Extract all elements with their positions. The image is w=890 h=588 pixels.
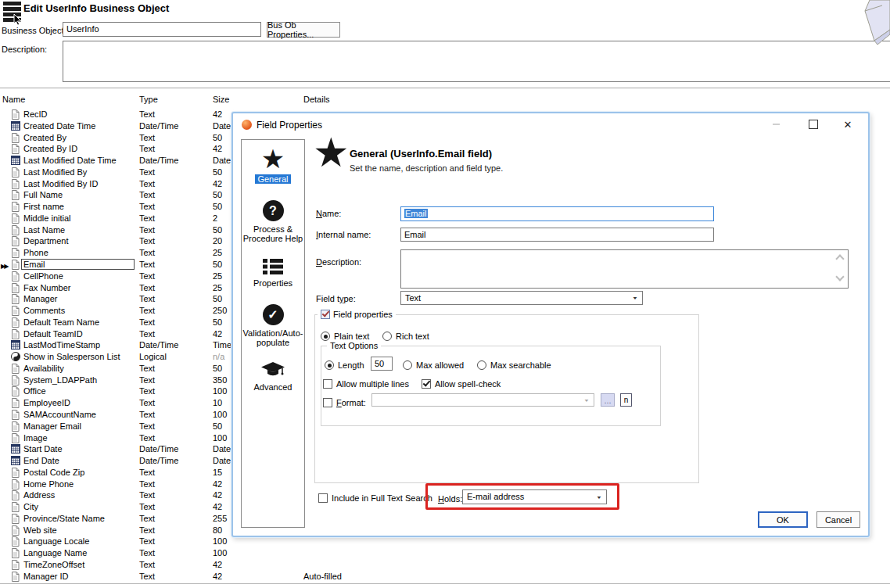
gradcap-icon [261, 362, 285, 381]
sidebar-item-general[interactable]: ★ General [255, 145, 290, 184]
plain-text-radio[interactable] [321, 332, 330, 341]
field-size-cell: 42 [213, 479, 222, 490]
field-name-cell: Department [23, 235, 68, 247]
field-type-cell: Text [139, 189, 155, 201]
length-input[interactable]: 50 [371, 357, 393, 371]
field-name-cell: Show in Salesperson List [23, 351, 120, 363]
table-row[interactable]: TimeZoneOffset Text 42 [0, 559, 890, 571]
name-label: Name: [316, 209, 341, 218]
dialog-orb-icon [242, 120, 252, 130]
allow-multiple-lines-checkbox[interactable] [323, 379, 332, 389]
field-properties-dialog: Field Properties ✕ ★ General ? Process &… [231, 112, 870, 537]
format-checkbox[interactable] [323, 398, 332, 407]
header-separator [0, 88, 890, 88]
sidebar-item-validation-auto-populate[interactable]: ✓ Validation/Auto-populate [242, 303, 303, 347]
table-row[interactable]: Language Name Text 100 [0, 547, 890, 559]
field-type-cell: Text [139, 467, 155, 479]
field-properties-legend-label: Field properties [333, 310, 393, 319]
length-radio[interactable] [325, 360, 334, 370]
check-icon: ✓ [263, 303, 284, 327]
name-input[interactable]: Email [400, 206, 714, 221]
field-size-cell: Date [213, 443, 231, 455]
description-field-textarea[interactable] [400, 249, 849, 289]
internal-name-input[interactable]: Email [400, 228, 714, 242]
maximize-button[interactable] [807, 118, 820, 131]
list-icon [263, 258, 283, 277]
question-icon: ? [263, 199, 284, 223]
sidebar-item-process-procedure-help[interactable]: ? Process & Procedure Help [242, 199, 303, 243]
sidebar-item-label: Advanced [242, 382, 303, 392]
field-name-cell: Default Team Name [23, 317, 99, 328]
column-header-type[interactable]: Type [139, 95, 158, 104]
field-type-dropdown[interactable]: Text ▼ [400, 291, 643, 305]
field-type-cell: Text [139, 409, 155, 421]
field-type-cell: Text [139, 143, 155, 155]
format-dropdown[interactable]: ▼ [371, 393, 594, 407]
field-type-cell: Text [139, 385, 155, 397]
business-object-input[interactable]: UserInfo [63, 22, 261, 37]
chevron-down-icon: ▼ [596, 495, 602, 500]
column-header-name[interactable]: Name [2, 95, 25, 104]
format-counter-button[interactable]: n [620, 393, 632, 407]
field-type-cell: Text [139, 513, 155, 525]
field-name-cell: Web site [23, 525, 57, 536]
description-textarea[interactable] [63, 41, 890, 82]
field-name-cell: RecID [23, 109, 48, 120]
cancel-button[interactable]: Cancel [816, 511, 860, 528]
minimize-button[interactable] [770, 118, 782, 131]
field-type-cell: Text [139, 293, 155, 305]
field-size-cell: n/a [213, 351, 224, 363]
allow-spell-check-checkbox[interactable] [422, 379, 431, 389]
field-size-cell: 50 [213, 317, 222, 328]
plain-text-label: Plain text [334, 332, 369, 341]
max-allowed-radio[interactable] [403, 360, 412, 370]
monitor-clipart-image [843, 0, 890, 47]
dialog-section-title: General (UserInfo.Email field) [350, 148, 492, 160]
maximize-icon [809, 120, 818, 129]
field-size-cell: Date [213, 455, 231, 467]
sidebar-item-properties[interactable]: Properties [242, 258, 303, 288]
field-size-cell: 50 [213, 293, 222, 305]
table-row[interactable]: Language Locale Text 100 [0, 536, 890, 547]
include-fts-checkbox[interactable] [318, 493, 328, 503]
field-name-cell: Created By ID [23, 143, 77, 155]
max-searchable-radio[interactable] [477, 360, 486, 370]
star-icon: ★ [261, 145, 285, 173]
column-header-size[interactable]: Size [213, 95, 229, 104]
length-label: Length [338, 360, 364, 370]
field-type-cell: Text [139, 328, 155, 340]
field-type-value: Text [405, 293, 421, 303]
field-size-cell: 42 [213, 143, 222, 155]
field-name-cell: Postal Code Zip [23, 467, 84, 479]
field-name-cell: Fax Number [23, 282, 71, 294]
grid-bottom-border [0, 583, 890, 584]
field-type-cell: Text [139, 247, 155, 259]
field-properties-checkbox[interactable] [321, 310, 330, 319]
holds-label: Holds: [438, 494, 462, 504]
column-header-details[interactable]: Details [303, 95, 330, 104]
field-type-cell: Text [139, 547, 155, 559]
field-name-cell: Default TeamID [23, 328, 83, 340]
field-name-cell: First name [23, 201, 64, 213]
business-object-label: Business Object: [2, 26, 66, 35]
sidebar-item-label: Validation/Auto-populate [242, 328, 303, 347]
sidebar-item-label: Properties [242, 278, 303, 288]
ok-button[interactable]: OK [758, 511, 808, 528]
close-button[interactable]: ✕ [842, 118, 854, 131]
format-browse-button[interactable]: ... [601, 393, 615, 407]
field-size-cell: 50 [213, 189, 222, 201]
field-type-label: Field type: [316, 294, 356, 303]
field-size-cell: 350 [213, 375, 227, 386]
holds-dropdown[interactable]: E-mail address ▼ [462, 489, 607, 504]
field-name-cell: City [23, 501, 38, 513]
sidebar-item-advanced[interactable]: Advanced [242, 362, 303, 392]
name-input-selected-text: Email [404, 209, 428, 218]
table-row[interactable]: Manager ID Text 42 Auto-filled [0, 571, 890, 583]
field-type-cell: Text [139, 109, 155, 120]
field-size-cell: 100 [213, 385, 227, 397]
field-size-cell: 42 [213, 489, 222, 501]
rich-text-radio[interactable] [382, 332, 392, 341]
bus-ob-properties-button[interactable]: Bus Ob Properties... [267, 22, 340, 38]
description-label: Description: [2, 45, 47, 54]
field-type-cell: Text [139, 317, 155, 328]
